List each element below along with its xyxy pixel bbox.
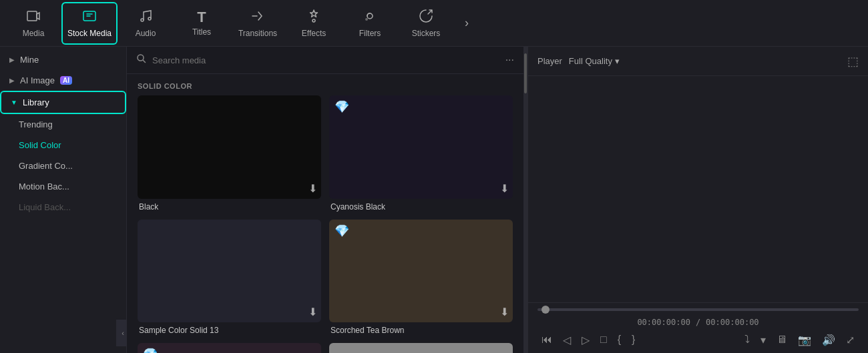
- search-icon: [136, 53, 147, 67]
- ai-badge: AI: [60, 76, 72, 85]
- media-card-5[interactable]: 💎 ⬇: [138, 343, 321, 353]
- sidebar-item-mine[interactable]: ▶ Mine: [0, 49, 126, 70]
- quality-label: Full Quality: [569, 56, 612, 66]
- nav-effects-label: Effects: [302, 29, 326, 38]
- media-card-cyanosis-black[interactable]: 💎 ⬇ Cyanosis Black: [329, 95, 513, 212]
- stop-button[interactable]: □: [596, 332, 611, 348]
- insert-button[interactable]: ⤵: [740, 332, 754, 348]
- timecode-current: 00:00:00:00: [637, 318, 690, 327]
- titles-icon: T: [197, 10, 206, 25]
- heart-icon-cyanosis: 💎: [335, 99, 349, 114]
- svg-point-7: [138, 55, 144, 61]
- nav-stickers-label: Stickers: [412, 29, 441, 38]
- search-input[interactable]: [152, 55, 500, 65]
- trending-label: Trending: [19, 119, 53, 129]
- player-header: Player Full Quality ▾ ⬚: [528, 47, 868, 76]
- progress-knob[interactable]: [541, 306, 550, 314]
- ctrl-group-right: ⤵ ▾ 🖥 📷 🔊 ⤢: [740, 332, 859, 348]
- nav-item-filters[interactable]: Filters: [342, 2, 398, 45]
- timecode-separator: /: [696, 318, 700, 327]
- download-icon-sample-13[interactable]: ⬇: [308, 306, 317, 318]
- solid-color-label: Solid Color: [19, 140, 61, 150]
- quality-chevron-icon: ▾: [615, 56, 620, 66]
- player-panel: Player Full Quality ▾ ⬚ 00:00:00:00 / 00…: [527, 47, 868, 353]
- filters-icon: [362, 8, 378, 26]
- liquid-back-label: Liquid Back...: [19, 202, 71, 212]
- sidebar-item-gradient[interactable]: Gradient Co...: [0, 155, 126, 176]
- svg-point-6: [365, 18, 368, 21]
- step-back-button[interactable]: ⏮: [537, 332, 556, 348]
- sidebar-item-library[interactable]: ▼ Library: [0, 91, 126, 114]
- media-label-cyanosis: Cyanosis Black: [329, 202, 513, 212]
- gradient-label: Gradient Co...: [19, 161, 73, 171]
- heart-icon-5: 💎: [143, 347, 158, 353]
- nav-audio-label: Audio: [136, 29, 156, 38]
- mark-in-button[interactable]: {: [614, 332, 625, 348]
- section-label: SOLID COLOR: [127, 74, 523, 95]
- media-thumb-6: ⬇: [329, 343, 513, 353]
- control-row: ⏮ ◁ ▷ □ { } ⤵ ▾ 🖥 📷 🔊 ⤢: [537, 332, 859, 348]
- player-expand-icon[interactable]: ⬚: [847, 54, 859, 69]
- nav-item-transitions[interactable]: Transitions: [230, 2, 286, 45]
- media-thumb-black: ⬇: [138, 95, 321, 199]
- sidebar-item-solid-color[interactable]: Solid Color: [0, 135, 126, 155]
- sidebar-item-ai-image[interactable]: ▶ AI Image AI: [0, 70, 126, 91]
- mine-chevron-icon: ▶: [9, 56, 15, 63]
- quality-select[interactable]: Full Quality ▾: [569, 56, 620, 66]
- frame-back-button[interactable]: ◁: [559, 332, 575, 348]
- fullscreen-button[interactable]: ⤢: [842, 332, 859, 348]
- nav-item-effects[interactable]: Effects: [286, 2, 342, 45]
- svg-point-3: [148, 17, 151, 20]
- media-card-6[interactable]: ⬇: [329, 343, 513, 353]
- play-button[interactable]: ▷: [578, 332, 594, 348]
- player-title: Player: [537, 56, 562, 66]
- svg-point-2: [141, 19, 144, 21]
- ai-image-chevron-icon: ▶: [9, 77, 15, 84]
- download-icon-cyanosis[interactable]: ⬇: [500, 182, 509, 195]
- top-nav: Media Stock Media Audio T Titles Transit…: [0, 0, 868, 47]
- sidebar-item-motion-bac[interactable]: Motion Bac...: [0, 176, 126, 197]
- main-area: ▶ Mine ▶ AI Image AI ▼ Library Trending …: [0, 47, 868, 353]
- media-grid: ⬇ Black 💎 ⬇ Cyanosis Black ⬇ Sample Colo…: [127, 95, 523, 353]
- nav-item-titles[interactable]: T Titles: [174, 2, 230, 45]
- media-card-black[interactable]: ⬇ Black: [138, 95, 321, 212]
- nav-filters-label: Filters: [359, 29, 381, 38]
- download-icon-black[interactable]: ⬇: [308, 182, 317, 195]
- collapse-icon: ‹: [122, 329, 124, 337]
- motion-bac-label: Motion Bac...: [19, 182, 69, 192]
- progress-bar[interactable]: [537, 308, 859, 311]
- stickers-icon: [418, 8, 434, 26]
- sidebar-ai-image-label: AI Image: [20, 75, 55, 85]
- timecode-row: 00:00:00:00 / 00:00:00:00: [537, 318, 859, 327]
- search-more-button[interactable]: ···: [505, 54, 514, 66]
- svg-rect-0: [27, 11, 37, 21]
- scrollbar-thumb[interactable]: [524, 53, 527, 93]
- nav-titles-label: Titles: [192, 27, 211, 37]
- monitor-button[interactable]: 🖥: [773, 332, 791, 348]
- effects-icon: [306, 8, 322, 26]
- nav-item-stickers[interactable]: Stickers: [398, 2, 454, 45]
- content-area: ··· SOLID COLOR ⬇ Black 💎 ⬇ Cyanosis Bla…: [127, 47, 523, 353]
- nav-item-media[interactable]: Media: [5, 2, 61, 45]
- nav-media-label: Media: [23, 29, 45, 38]
- media-thumb-scorched-tea: 💎 ⬇: [329, 220, 513, 323]
- timecode-total: 00:00:00:00: [706, 318, 758, 327]
- download-icon-scorched[interactable]: ⬇: [500, 306, 509, 318]
- more-ctrl-button[interactable]: ▾: [756, 332, 770, 348]
- sidebar: ▶ Mine ▶ AI Image AI ▼ Library Trending …: [0, 47, 127, 353]
- nav-more-button[interactable]: ›: [457, 16, 477, 30]
- media-card-sample-13[interactable]: ⬇ Sample Color Solid 13: [138, 220, 321, 336]
- media-thumb-sample-13: ⬇: [138, 220, 321, 323]
- media-thumb-5: 💎 ⬇: [138, 343, 321, 353]
- nav-item-audio[interactable]: Audio: [118, 2, 174, 45]
- sidebar-item-trending[interactable]: Trending: [0, 114, 126, 135]
- svg-point-4: [312, 19, 315, 22]
- volume-button[interactable]: 🔊: [818, 332, 839, 348]
- media-card-scorched-tea[interactable]: 💎 ⬇ Scorched Tea Brown: [329, 220, 513, 336]
- heart-icon-scorched: 💎: [335, 224, 349, 238]
- snapshot-button[interactable]: 📷: [794, 332, 815, 348]
- media-label-sample-13: Sample Color Solid 13: [138, 326, 321, 335]
- sidebar-item-liquid-back[interactable]: Liquid Back...: [0, 197, 126, 218]
- mark-out-button[interactable]: }: [628, 332, 639, 348]
- nav-item-stock-media[interactable]: Stock Media: [61, 2, 118, 45]
